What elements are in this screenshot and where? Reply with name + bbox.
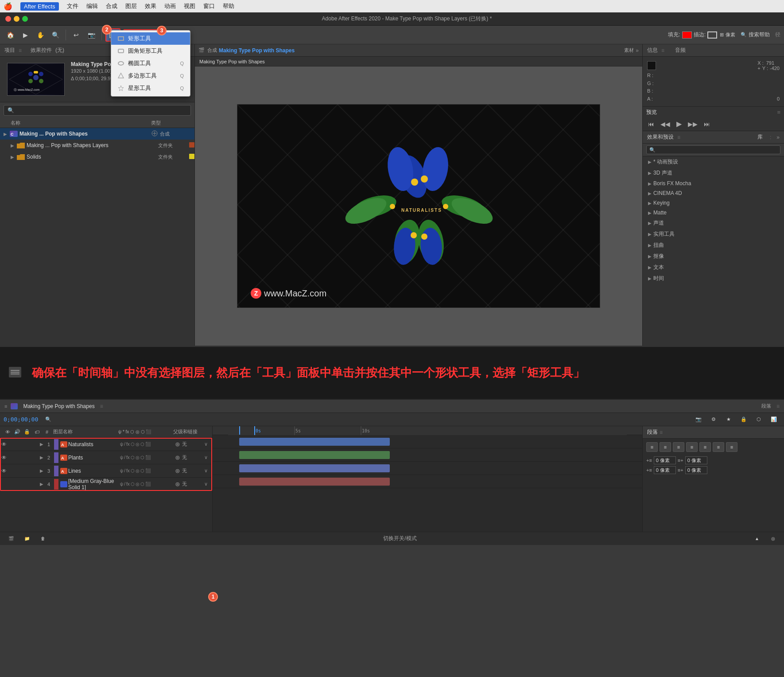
materials-expand-icon[interactable]: » xyxy=(636,47,639,54)
layer-3-visibility[interactable]: 👁 xyxy=(0,468,8,474)
tl-solo-btn[interactable]: ★ xyxy=(722,413,735,426)
menu-edit[interactable]: 编辑 xyxy=(86,2,98,10)
project-item-comp[interactable]: ▶ C Making ... Pop with Shapes 合成 xyxy=(0,128,194,140)
undo-tool[interactable]: ↩ xyxy=(70,29,83,41)
effect-item-keying[interactable]: ▶ Keying xyxy=(643,198,784,208)
layer-1-expand[interactable]: ▶ xyxy=(40,442,43,447)
apple-menu[interactable]: 🍎 xyxy=(4,2,12,11)
layer-row-3[interactable]: 👁 ▶ 3 A Lines ψ/fx⬡◎⬡⬛ ◎ 无 xyxy=(0,464,212,478)
align-left-btn[interactable]: ≡ xyxy=(646,442,658,452)
effect-item-keyer[interactable]: ▶ 抠像 xyxy=(643,251,784,262)
track-4-bar[interactable] xyxy=(239,478,390,486)
track-3-bar[interactable] xyxy=(239,464,390,472)
home-tool[interactable]: 🏠 xyxy=(4,29,17,41)
layer-3-parent-dropdown[interactable]: ∨ xyxy=(204,468,212,474)
comp-tab-name[interactable]: Making Type Pop with Shapes xyxy=(219,47,295,54)
app-name-menu[interactable]: After Effects xyxy=(20,2,59,11)
justify-center-btn[interactable]: ≡ xyxy=(699,442,711,452)
select-tool[interactable]: ▶ xyxy=(19,29,32,41)
menu-view[interactable]: 视图 xyxy=(184,2,195,10)
justify-left-btn[interactable]: ≡ xyxy=(686,442,698,452)
effects-expand-icon[interactable]: » xyxy=(776,134,780,140)
bottom-circle-btn[interactable]: ◎ xyxy=(766,534,780,543)
go-end-btn[interactable]: ⏭ xyxy=(702,120,712,128)
maximize-button[interactable] xyxy=(22,16,28,22)
dropdown-polygon-tool[interactable]: 多边形工具 Q xyxy=(111,70,190,82)
dropdown-ellipse-tool[interactable]: 椭圆工具 Q xyxy=(111,57,190,70)
hand-tool[interactable]: ✋ xyxy=(34,29,47,41)
prev-frame-btn[interactable]: ◀◀ xyxy=(659,120,672,128)
menu-file[interactable]: 文件 xyxy=(67,2,78,10)
layer-row-1[interactable]: 👁 ▶ 1 A Naturalists ψ/fx⬡◎⬡⬛ xyxy=(0,438,212,451)
effect-item-cinema4d[interactable]: ▶ CINEMA 4D xyxy=(643,188,784,198)
bottom-graph-btn[interactable]: ▲ xyxy=(750,534,764,543)
layer-2-expand[interactable]: ▶ xyxy=(40,455,43,460)
layer-row-2[interactable]: 👁 ▶ 2 A Plants ψ/fx⬡◎⬡⬛ ◎ xyxy=(0,451,212,464)
indent-left-input[interactable] xyxy=(654,456,676,464)
effect-item-3d-audio[interactable]: ▶ 3D 声道 xyxy=(643,167,784,179)
menu-help[interactable]: 帮助 xyxy=(223,2,234,10)
layer-3-expand[interactable]: ▶ xyxy=(40,468,43,473)
color-swatch[interactable] xyxy=(647,61,656,70)
effects-search-input[interactable] xyxy=(646,145,780,154)
dropdown-rect-tool[interactable]: 矩形工具 xyxy=(111,32,190,45)
tl-exp-btn[interactable]: 📊 xyxy=(767,413,780,426)
layer-1-parent-dropdown[interactable]: ∨ xyxy=(204,441,212,447)
tl-motion-blur-btn[interactable]: 📷 xyxy=(692,413,705,426)
track-1-bar[interactable] xyxy=(239,438,390,446)
effect-item-boris[interactable]: ▶ Boris FX Mocha xyxy=(643,179,784,188)
zoom-tool[interactable]: 🔍 xyxy=(49,29,62,41)
effect-item-distort[interactable]: ▶ 扭曲 xyxy=(643,240,784,251)
tl-draft-btn[interactable]: ⚙ xyxy=(707,413,720,426)
timeline-playhead[interactable] xyxy=(239,426,240,435)
time-display[interactable]: 0;00;00;00 xyxy=(4,416,38,423)
justify-all-btn[interactable]: ≡ xyxy=(726,442,737,452)
layer-2-visibility[interactable]: 👁 xyxy=(0,455,8,461)
layer-row-4[interactable]: ▶ 4 [Medium Gray-Blue Solid 1] ψ/fx⬡◎⬡⬛ … xyxy=(0,478,212,491)
tl-lock-btn[interactable]: 🔒 xyxy=(737,413,750,426)
menu-window[interactable]: 窗口 xyxy=(203,2,215,10)
camera-tool[interactable]: 📷 xyxy=(85,29,98,41)
stroke-swatch[interactable] xyxy=(707,31,717,39)
settings-icon[interactable]: 径 xyxy=(775,31,780,39)
expand-arrow-comp[interactable]: ▶ xyxy=(4,132,9,136)
expand-arrow-solids[interactable]: ▶ xyxy=(11,155,16,160)
layer-2-parent-dropdown[interactable]: ∨ xyxy=(204,455,212,460)
effect-item-anim-preset[interactable]: ▶ * 动画预设 xyxy=(643,156,784,167)
bottom-new-comp-btn[interactable]: 🎬 xyxy=(4,534,18,543)
go-start-btn[interactable]: ⏮ xyxy=(646,120,656,128)
layer-4-expand[interactable]: ▶ xyxy=(40,482,43,486)
project-item-shapes-folder[interactable]: ▶ Making ... Pop with Shapes Layers 文件夹 xyxy=(0,140,194,151)
close-button[interactable] xyxy=(5,16,11,22)
effect-item-time[interactable]: ▶ 时间 xyxy=(643,273,784,284)
project-search-input[interactable] xyxy=(4,105,191,116)
margin-after-input[interactable] xyxy=(685,466,707,474)
menu-effects[interactable]: 效果 xyxy=(145,2,156,10)
tl-flow-btn[interactable]: ⬡ xyxy=(752,413,765,426)
toggle-mode-label[interactable]: 切换开关/模式 xyxy=(383,535,416,542)
effect-item-audio[interactable]: ▶ 声道 xyxy=(643,218,784,229)
dropdown-star-tool[interactable]: 星形工具 Q xyxy=(111,82,190,94)
timeline-search-btn[interactable]: 🔍 xyxy=(43,415,53,424)
fill-swatch[interactable] xyxy=(682,31,692,39)
menu-compose[interactable]: 合成 xyxy=(106,2,117,10)
bottom-delete-btn[interactable]: 🗑 xyxy=(36,534,50,543)
justify-right-btn[interactable]: ≡ xyxy=(713,442,724,452)
expand-arrow-shapes[interactable]: ▶ xyxy=(11,143,16,148)
menu-layer[interactable]: 图层 xyxy=(125,2,137,10)
indent-right-input[interactable] xyxy=(685,456,707,464)
layer-1-visibility[interactable]: 👁 xyxy=(0,441,8,447)
next-frame-btn[interactable]: ▶▶ xyxy=(686,120,699,128)
margin-before-input[interactable] xyxy=(654,466,676,474)
effect-item-utilities[interactable]: ▶ 实用工具 xyxy=(643,229,784,240)
bottom-folder-btn[interactable]: 📁 xyxy=(20,534,34,543)
effect-item-text[interactable]: ▶ 文本 xyxy=(643,262,784,273)
project-item-solids[interactable]: ▶ Solids 文件夹 xyxy=(0,151,194,163)
align-center-btn[interactable]: ≡ xyxy=(660,442,671,452)
play-btn[interactable]: ▶ xyxy=(675,119,683,129)
align-right-btn[interactable]: ≡ xyxy=(673,442,684,452)
effect-item-matte[interactable]: ▶ Matte xyxy=(643,208,784,218)
track-2-bar[interactable] xyxy=(239,451,390,459)
minimize-button[interactable] xyxy=(14,16,19,22)
dropdown-rounded-rect-tool[interactable]: 圆角矩形工具 xyxy=(111,45,190,57)
